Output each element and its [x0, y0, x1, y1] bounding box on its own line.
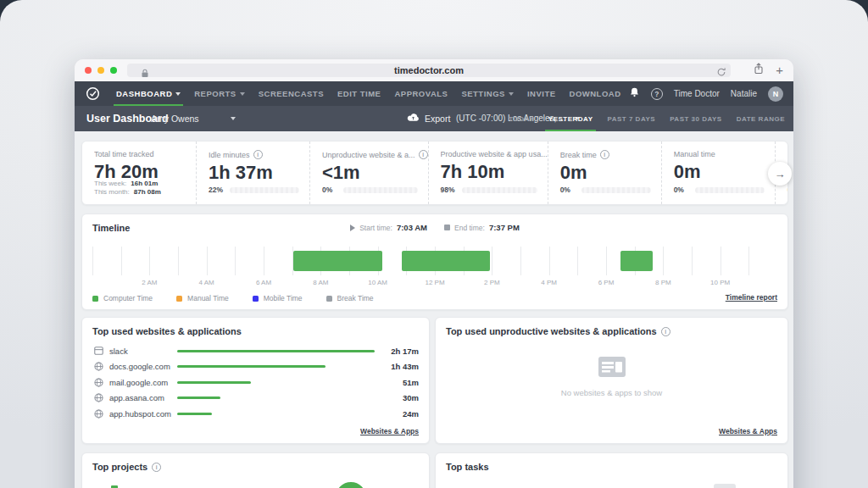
help-icon[interactable]: ?: [651, 88, 663, 100]
stat-progress: 0%: [322, 186, 418, 194]
timedoctor-logo-icon[interactable]: [86, 86, 100, 101]
legend-swatch: [253, 296, 259, 302]
info-icon[interactable]: i: [600, 150, 609, 159]
progress-track: [581, 187, 651, 193]
stat-label: Break time i: [560, 150, 661, 159]
share-icon[interactable]: [754, 63, 764, 78]
bell-icon[interactable]: [629, 86, 640, 102]
website-row[interactable]: app.hubspot.com 24m: [82, 406, 429, 422]
legend-label: Manual Time: [187, 294, 229, 302]
date-tab[interactable]: TODAY: [509, 106, 534, 131]
maximize-window-icon[interactable]: [110, 67, 117, 74]
nav-item[interactable]: EDIT TIME: [331, 81, 387, 106]
nav-item[interactable]: DOWNLOAD: [563, 81, 628, 106]
task-badge: [714, 484, 736, 488]
stat-progress: 0%: [674, 186, 765, 194]
top-websites-title: Top used websites & applications: [92, 326, 242, 336]
nav-item-label: EDIT TIME: [337, 89, 381, 98]
stat-percent: 0%: [787, 186, 788, 194]
info-icon[interactable]: i: [419, 150, 428, 159]
website-row[interactable]: mail.google.com 51m: [82, 374, 429, 391]
nav-item-label: REPORTS: [194, 89, 236, 98]
stop-icon: [444, 225, 450, 230]
info-icon[interactable]: i: [661, 327, 670, 336]
stat-progress: 22%: [209, 186, 299, 194]
timeline-startend: Start time: 7:03 AM End time: 7:37 PM: [82, 223, 787, 232]
nav-item[interactable]: REPORTS: [187, 81, 251, 106]
stat-detail-row: This week:16h 01m: [94, 180, 161, 188]
avatar[interactable]: N: [768, 86, 783, 102]
usage-time: 2h 17m: [391, 347, 419, 356]
nav-item-label: DASHBOARD: [116, 89, 172, 98]
timeline-tick-label: 2 AM: [142, 279, 157, 286]
stat-progress: 98%: [441, 186, 537, 194]
stat-progress: 0%: [787, 186, 788, 194]
timeline-tick-label: 6 PM: [598, 279, 615, 286]
empty-state: No websites & apps to show: [436, 357, 787, 397]
date-tab[interactable]: PAST 7 DAYS: [607, 106, 655, 131]
timeline-bar: [620, 251, 653, 271]
legend-label: Computer Time: [103, 294, 153, 302]
website-row[interactable]: slack 2h 17m: [82, 343, 429, 359]
nav-menu: DASHBOARD REPORTS SCREENCASTS EDIT TIME …: [109, 81, 628, 106]
empty-state-text: No websites & apps to show: [561, 388, 662, 397]
user-name[interactable]: Natalie: [731, 89, 757, 98]
usage-bar: [177, 381, 251, 384]
start-time-label: Start time:: [359, 224, 392, 232]
minimize-window-icon[interactable]: [97, 67, 104, 74]
user-select-dropdown[interactable]: Amy Owens: [151, 114, 236, 124]
globe-icon: [94, 378, 103, 387]
top-unproductive-card: Top used unproductive websites & applica…: [435, 317, 788, 444]
usage-bar-zone: [177, 365, 375, 368]
nav-item-label: INVITE: [527, 89, 556, 98]
nav-item[interactable]: INVITE: [520, 81, 563, 106]
legend-swatch: [326, 296, 332, 302]
timeline-tick-label: 12 PM: [425, 279, 444, 286]
usage-bar-zone: [177, 350, 375, 352]
stat-label: Mobile i: [787, 150, 788, 158]
stats-next-button[interactable]: →: [768, 162, 792, 186]
top-tasks-title-text: Top tasks: [446, 462, 489, 472]
new-tab-plus-icon[interactable]: +: [776, 64, 783, 77]
date-tab[interactable]: DATE RANGE: [737, 106, 785, 131]
website-list: slack 2h 17m docs.google.com 1h 43m mail…: [82, 343, 429, 422]
stat-detail-row: This month:87h 08m: [94, 188, 161, 197]
website-row[interactable]: docs.google.com 1h 43m: [82, 359, 429, 375]
stat-value: 1h 37m: [209, 162, 309, 184]
user-select-value: Amy Owens: [151, 114, 199, 124]
date-tab[interactable]: YESTERDAY: [548, 106, 593, 131]
progress-track: [695, 187, 765, 193]
date-tab-label: PAST 30 DAYS: [670, 115, 722, 123]
usage-time: 24m: [403, 409, 419, 419]
address-bar[interactable]: timedoctor.com: [127, 64, 731, 77]
legend-item: Break Time: [326, 294, 374, 302]
usage-bar: [177, 365, 326, 368]
legend-label: Mobile Time: [264, 294, 303, 302]
progress-track: [462, 187, 537, 193]
dashboard-subheader: User Dashboard Amy Owens Export (UTC -07…: [75, 106, 793, 131]
info-icon[interactable]: i: [253, 150, 263, 159]
stat-label: Idle minutes i: [209, 150, 309, 159]
arrow-right-icon: →: [775, 168, 786, 180]
nav-item[interactable]: SETTINGS: [454, 81, 520, 106]
info-icon[interactable]: i: [152, 463, 161, 472]
globe-icon: [94, 393, 103, 402]
stat-value: <1m: [322, 162, 428, 184]
nav-item[interactable]: DASHBOARD: [109, 81, 187, 106]
stat-percent: 98%: [441, 186, 456, 194]
timeline-report-link[interactable]: Timeline report: [726, 293, 777, 302]
reload-icon[interactable]: [716, 65, 726, 80]
close-window-icon[interactable]: [85, 67, 92, 74]
timeline-tick-label: 2 PM: [484, 279, 500, 286]
date-tab-label: DATE RANGE: [737, 115, 785, 123]
websites-apps-link[interactable]: Websites & Apps: [719, 427, 777, 435]
nav-item[interactable]: APPROVALS: [387, 81, 454, 106]
website-row[interactable]: app.asana.com 30m: [82, 391, 429, 407]
nav-item[interactable]: SCREENCASTS: [252, 81, 331, 106]
date-tab-label: YESTERDAY: [548, 115, 593, 123]
timeline-tick-label: 8 AM: [313, 279, 328, 286]
export-button[interactable]: Export: [407, 113, 450, 124]
date-tab[interactable]: PAST 30 DAYS: [670, 106, 722, 131]
websites-apps-link[interactable]: Websites & Apps: [360, 427, 419, 435]
stat-label: Total time tracked i: [94, 150, 196, 158]
